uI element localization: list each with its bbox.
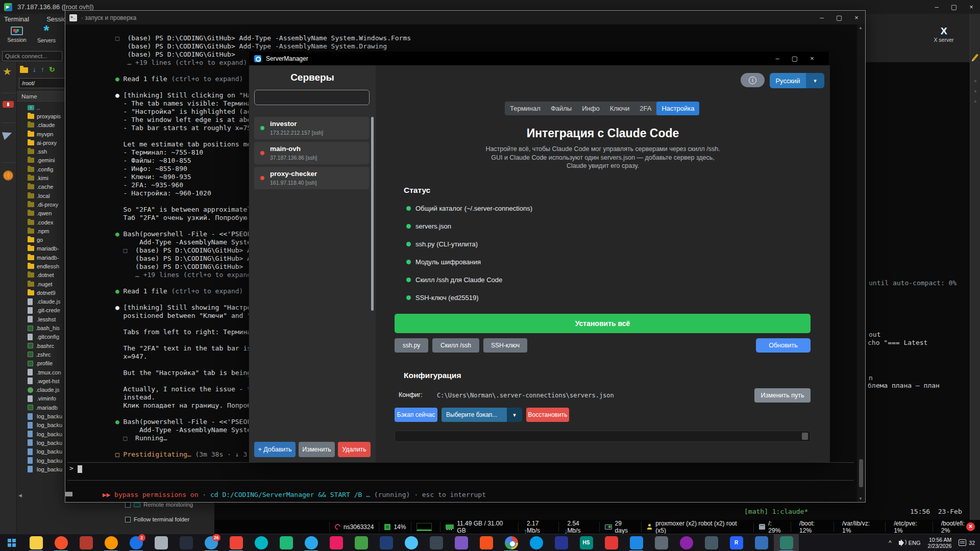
taskbar-app[interactable] (599, 534, 624, 551)
start-button[interactable] (0, 534, 23, 551)
maximize-button[interactable]: ▢ (786, 52, 803, 65)
notification-center[interactable]: 32 (959, 539, 975, 546)
keyboard-language[interactable]: ENG (909, 540, 921, 546)
taskbar-app[interactable] (23, 534, 48, 551)
scroll-up-icon[interactable]: ▲ (859, 26, 863, 30)
close-button[interactable]: × (803, 52, 821, 65)
install-all-button[interactable]: Установить всё (395, 314, 811, 333)
taskbar-app[interactable] (99, 534, 124, 551)
minimize-button[interactable]: – (813, 11, 830, 24)
favorites-star-icon[interactable]: ★ (3, 65, 12, 78)
taskbar-app[interactable] (699, 534, 724, 551)
server-card[interactable]: main-ovh 37.187.136.86 [ssh] (254, 142, 369, 164)
volume-icon[interactable] (899, 541, 901, 545)
tab[interactable]: Инфо (577, 102, 604, 115)
scrollbar-thumb[interactable] (802, 433, 808, 440)
taskbar-app[interactable] (474, 534, 499, 551)
backup-now-button[interactable]: Бэкап сейчас (395, 408, 437, 422)
taskbar-app[interactable] (549, 534, 574, 551)
edit-server-button[interactable]: Изменить (299, 442, 335, 457)
tools-knife-icon[interactable] (3, 101, 14, 108)
scroll-down-icon[interactable]: ▼ (859, 496, 863, 501)
taskbar-app[interactable] (674, 534, 699, 551)
taskbar-clock[interactable]: 10:56 AM 2/23/2026 (928, 537, 952, 549)
line-text: instead. (115, 393, 155, 401)
install-sshpy-chip[interactable]: ssh.py (395, 338, 428, 353)
prompt-caret[interactable]: > (69, 464, 74, 472)
terminal-titlebar[interactable]: · запуск и проверка – ▢ × (65, 11, 865, 24)
tab[interactable]: Настройка (656, 102, 699, 115)
hscroll-left-arrow[interactable]: ◀ (18, 493, 22, 498)
language-dropdown[interactable]: Русский ▾ (770, 73, 824, 88)
taskbar-app[interactable]: 26 (199, 534, 224, 551)
taskbar-app[interactable] (399, 534, 424, 551)
checkbox-box[interactable] (125, 502, 131, 508)
tab[interactable]: Ключи (605, 102, 635, 115)
tab[interactable]: Файлы (546, 102, 577, 115)
server-list-scrollbar[interactable] (371, 117, 374, 311)
taskbar-app[interactable] (774, 534, 799, 551)
maximize-button[interactable]: ▢ (830, 11, 848, 24)
scrollbar-thumb[interactable] (859, 459, 863, 487)
taskbar-app[interactable] (249, 534, 274, 551)
download-icon[interactable]: ↓ (33, 65, 36, 73)
terminal-scrollbar[interactable]: ▲ ▼ (857, 24, 865, 502)
bottom-scrollbar[interactable] (395, 431, 811, 442)
minimize-button[interactable]: – (928, 0, 945, 14)
sessions-plane-icon[interactable] (2, 130, 13, 140)
taskbar-app[interactable] (624, 534, 649, 551)
server-search-input[interactable] (254, 90, 370, 105)
install-sshkey-chip[interactable]: SSH-ключ (483, 338, 527, 353)
checkbox-box[interactable] (125, 517, 131, 522)
taskbar-app[interactable] (449, 534, 474, 551)
taskbar-app[interactable] (424, 534, 449, 551)
taskbar-app[interactable] (224, 534, 249, 551)
menu-terminal[interactable]: Terminal (4, 15, 29, 23)
backup-select[interactable]: Выберите бэкап... ▾ (442, 408, 522, 422)
install-skill-chip[interactable]: Скилл /ssh (432, 338, 479, 353)
taskbar-app[interactable]: 2 (124, 534, 149, 551)
close-button[interactable]: × (963, 0, 980, 14)
taskbar-app[interactable] (274, 534, 299, 551)
maximize-button[interactable]: ▢ (945, 0, 963, 14)
taskbar-app[interactable] (48, 534, 74, 551)
tab[interactable]: 2FA (634, 102, 656, 115)
refresh-icon[interactable]: ↻ (49, 65, 55, 73)
taskbar-app[interactable] (499, 534, 524, 551)
network-globe-icon[interactable] (3, 170, 13, 181)
folder-up-icon[interactable] (20, 67, 28, 73)
server-card[interactable]: investor 173.212.212.157 [ssh] (254, 117, 369, 139)
taskbar-app[interactable] (649, 534, 674, 551)
statusbar-close-icon[interactable]: × (966, 522, 975, 531)
quick-connect-input[interactable] (2, 51, 62, 61)
taskbar-app[interactable] (174, 534, 199, 551)
tab[interactable]: Терминал (505, 102, 546, 115)
server-card[interactable]: proxy-checker 161.97.118.40 [ssh] (254, 167, 369, 189)
taskbar-app[interactable] (749, 534, 774, 551)
macros-pencil-icon[interactable] (972, 54, 978, 60)
taskbar-app[interactable] (324, 534, 349, 551)
change-path-button[interactable]: Изменить путь (754, 388, 811, 403)
taskbar-app[interactable] (149, 534, 174, 551)
servers-button[interactable]: * Servers (33, 26, 60, 43)
taskbar-app[interactable]: HS (574, 534, 599, 551)
minimize-button[interactable]: – (769, 52, 786, 65)
upload-icon[interactable]: ↑ (41, 65, 44, 73)
close-button[interactable]: × (848, 11, 865, 24)
servermanager-titlebar[interactable]: ServerManager – ▢ × (249, 52, 829, 65)
add-server-button[interactable]: + Добавить (254, 442, 296, 457)
taskbar-app[interactable] (349, 534, 374, 551)
tray-chevron-icon[interactable]: ^ (889, 539, 892, 546)
follow-terminal-folder-checkbox[interactable]: Follow terminal folder (125, 516, 189, 522)
taskbar-app[interactable] (524, 534, 549, 551)
taskbar-app[interactable]: R (724, 534, 749, 551)
refresh-button[interactable]: Обновить (756, 338, 811, 353)
delete-server-button[interactable]: Удалить (338, 442, 371, 457)
restore-button[interactable]: Восстановить (526, 408, 569, 422)
taskbar-app[interactable] (374, 534, 399, 551)
taskbar-app[interactable] (299, 534, 324, 551)
session-button[interactable]: Session (3, 26, 31, 43)
taskbar-app[interactable] (74, 534, 99, 551)
x-server-button[interactable]: X X server (930, 26, 958, 43)
info-button[interactable]: i (741, 73, 765, 87)
